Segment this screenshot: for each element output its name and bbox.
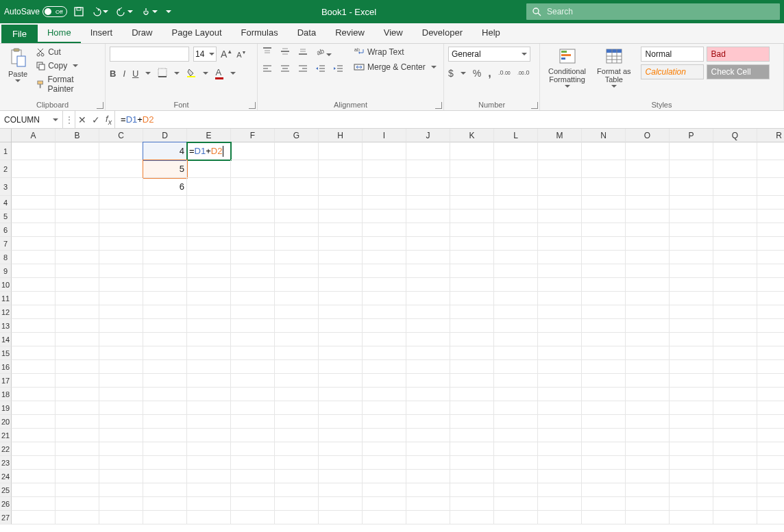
cell-M5[interactable] [538, 210, 582, 223]
cell-D1[interactable]: 4 [143, 142, 187, 160]
cell-P9[interactable] [670, 264, 713, 278]
cell-I25[interactable] [363, 483, 406, 497]
cell-R17[interactable] [757, 374, 784, 388]
cell-style-bad[interactable]: Bad [707, 47, 770, 62]
tab-file[interactable]: File [1, 25, 38, 43]
cell-E18[interactable] [187, 388, 231, 401]
cell-M23[interactable] [538, 456, 582, 470]
cell-M1[interactable] [538, 142, 582, 160]
increase-decimal-icon[interactable]: .0.00 [498, 68, 511, 79]
cell-N6[interactable] [582, 223, 626, 237]
cell-D21[interactable] [143, 429, 187, 442]
cell-H14[interactable] [319, 333, 363, 346]
cell-K16[interactable] [450, 360, 494, 374]
tab-home[interactable]: Home [38, 23, 81, 43]
row-header[interactable]: 18 [0, 388, 12, 401]
cell-M11[interactable] [538, 292, 582, 305]
cell-M6[interactable] [538, 223, 582, 237]
cell-A27[interactable] [12, 511, 56, 524]
align-right-icon[interactable] [297, 64, 308, 75]
cell-J20[interactable] [406, 415, 450, 429]
cell-N11[interactable] [582, 292, 626, 305]
cell-I16[interactable] [363, 360, 406, 374]
cell-G17[interactable] [275, 374, 319, 388]
cell-B15[interactable] [56, 346, 99, 360]
cell-H8[interactable] [319, 251, 363, 264]
cell-Q25[interactable] [713, 483, 757, 497]
cell-M7[interactable] [538, 237, 582, 251]
cell-P16[interactable] [670, 360, 713, 374]
row-header[interactable]: 9 [0, 264, 12, 278]
cell-E15[interactable] [187, 346, 231, 360]
cell-O3[interactable] [626, 178, 670, 196]
cell-B25[interactable] [56, 483, 99, 497]
cell-A23[interactable] [12, 456, 56, 470]
cell-I23[interactable] [363, 456, 406, 470]
cell-B23[interactable] [56, 456, 99, 470]
cell-B17[interactable] [56, 374, 99, 388]
cell-Q2[interactable] [713, 160, 757, 178]
cell-O9[interactable] [626, 264, 670, 278]
cell-A21[interactable] [12, 429, 56, 442]
cell-R19[interactable] [757, 401, 784, 415]
cell-L12[interactable] [494, 305, 538, 319]
align-center-icon[interactable] [280, 64, 291, 75]
cell-J10[interactable] [406, 278, 450, 292]
cell-A16[interactable] [12, 360, 56, 374]
cell-O1[interactable] [626, 142, 670, 160]
cell-R27[interactable] [757, 511, 784, 524]
cell-C25[interactable] [99, 483, 143, 497]
cell-O2[interactable] [626, 160, 670, 178]
cell-P3[interactable] [670, 178, 713, 196]
cell-C8[interactable] [99, 251, 143, 264]
alignment-dialog-launcher[interactable] [435, 102, 442, 109]
cell-P22[interactable] [670, 442, 713, 456]
cell-G4[interactable] [275, 196, 319, 210]
cell-B26[interactable] [56, 497, 99, 511]
cell-Q8[interactable] [713, 251, 757, 264]
cell-H13[interactable] [319, 319, 363, 333]
cell-K23[interactable] [450, 456, 494, 470]
row-header[interactable]: 22 [0, 442, 12, 456]
cell-O18[interactable] [626, 388, 670, 401]
cell-L19[interactable] [494, 401, 538, 415]
cell-B2[interactable] [56, 160, 99, 178]
cell-R18[interactable] [757, 388, 784, 401]
row-header[interactable]: 11 [0, 292, 12, 305]
cell-J7[interactable] [406, 237, 450, 251]
increase-indent-icon[interactable] [333, 64, 344, 75]
cell-C15[interactable] [99, 346, 143, 360]
cell-J5[interactable] [406, 210, 450, 223]
redo-button[interactable] [117, 7, 133, 16]
cell-G11[interactable] [275, 292, 319, 305]
cell-P26[interactable] [670, 497, 713, 511]
cell-G10[interactable] [275, 278, 319, 292]
cell-A13[interactable] [12, 319, 56, 333]
cell-C16[interactable] [99, 360, 143, 374]
cell-I14[interactable] [363, 333, 406, 346]
cell-N25[interactable] [582, 483, 626, 497]
tab-insert[interactable]: Insert [81, 23, 123, 43]
cell-Q20[interactable] [713, 415, 757, 429]
cell-J12[interactable] [406, 305, 450, 319]
tab-developer[interactable]: Developer [413, 23, 472, 43]
customize-qat-icon[interactable] [166, 10, 171, 13]
format-painter-button[interactable]: Format Painter [34, 74, 101, 94]
cell-C23[interactable] [99, 456, 143, 470]
cell-M15[interactable] [538, 346, 582, 360]
cell-E19[interactable] [187, 401, 231, 415]
column-header[interactable]: M [538, 129, 582, 142]
cell-A12[interactable] [12, 305, 56, 319]
cell-I1[interactable] [363, 142, 406, 160]
cell-P2[interactable] [670, 160, 713, 178]
cell-M13[interactable] [538, 319, 582, 333]
cell-N4[interactable] [582, 196, 626, 210]
cell-B1[interactable] [56, 142, 99, 160]
font-name-combo[interactable] [110, 47, 189, 62]
cell-Q10[interactable] [713, 278, 757, 292]
cell-H11[interactable] [319, 292, 363, 305]
cell-J1[interactable] [406, 142, 450, 160]
cell-N22[interactable] [582, 442, 626, 456]
cell-H12[interactable] [319, 305, 363, 319]
cell-B27[interactable] [56, 511, 99, 524]
